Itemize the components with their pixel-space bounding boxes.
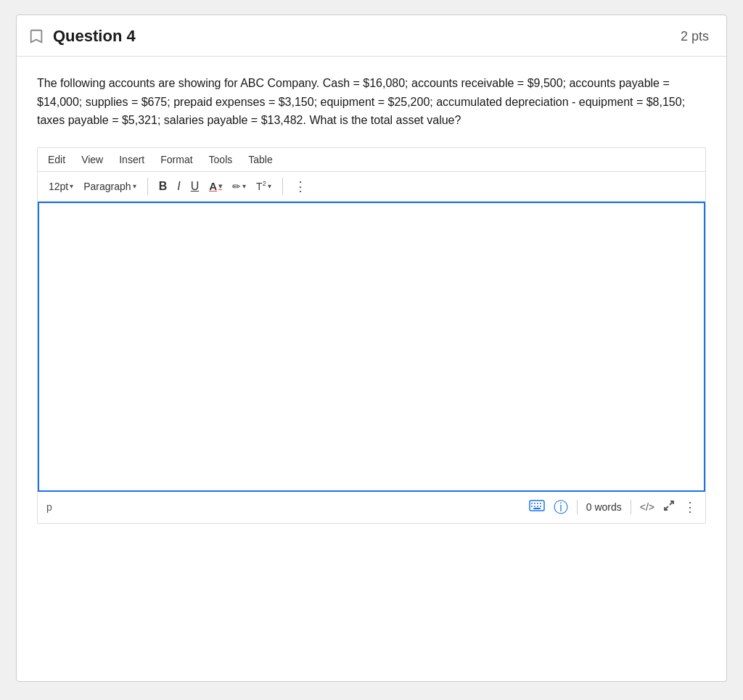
superscript-button[interactable]: T2 ▾: [253, 178, 275, 194]
bold-button[interactable]: B: [155, 178, 171, 195]
code-label[interactable]: </>: [640, 501, 654, 513]
footer-more-button[interactable]: ⋮: [684, 499, 697, 515]
divider-1: [147, 178, 148, 195]
menu-tools[interactable]: Tools: [208, 152, 234, 167]
card-body: The following accounts are showing for A…: [17, 57, 726, 538]
word-count: 0 words: [586, 501, 622, 513]
font-size-selector[interactable]: 12pt ▾: [45, 178, 77, 194]
footer-right: ⓘ 0 words </> ⋮: [529, 498, 697, 517]
highlight-group: ✏ ▾: [229, 178, 250, 194]
menu-view[interactable]: View: [80, 152, 104, 167]
highlight-button[interactable]: ✏ ▾: [229, 178, 250, 194]
font-color-button[interactable]: A ▾: [205, 178, 226, 194]
question-title: Question 4: [53, 27, 136, 46]
italic-button[interactable]: I: [173, 178, 184, 195]
editor-footer: p: [38, 492, 705, 523]
card-header: Question 4 2 pts: [17, 15, 726, 57]
more-options-button[interactable]: ⋮: [290, 176, 311, 197]
color-group: A ▾: [205, 178, 226, 194]
font-size-chevron: ▾: [70, 182, 73, 190]
editor-container: Edit View Insert Format Tools Table 12pt…: [37, 147, 706, 524]
editor-toolbar: 12pt ▾ Paragraph ▾ B I U: [38, 172, 705, 202]
superscript-chevron: ▾: [268, 182, 271, 190]
paragraph-group: Paragraph ▾: [80, 178, 139, 194]
menu-insert[interactable]: Insert: [118, 152, 146, 167]
superscript-group: T2 ▾: [253, 178, 275, 194]
keyboard-icon[interactable]: [529, 500, 545, 515]
format-group: B I U: [155, 178, 203, 195]
paragraph-chevron: ▾: [133, 182, 136, 190]
footer-divider-2: [631, 500, 631, 514]
question-card: Question 4 2 pts The following accounts …: [16, 15, 727, 682]
footer-divider-1: [577, 500, 578, 514]
header-left: Question 4: [28, 27, 136, 46]
editor-text-area[interactable]: [38, 202, 705, 492]
paragraph-indicator: p: [46, 501, 52, 513]
menu-edit[interactable]: Edit: [46, 152, 67, 167]
menu-table[interactable]: Table: [247, 152, 274, 167]
highlight-chevron: ▾: [242, 182, 246, 190]
font-color-chevron: ▾: [218, 182, 222, 190]
menu-format[interactable]: Format: [159, 152, 194, 167]
expand-icon[interactable]: [663, 500, 675, 514]
underline-button[interactable]: U: [187, 178, 203, 195]
divider-2: [282, 178, 283, 195]
font-size-group: 12pt ▾: [45, 178, 77, 194]
accessibility-icon[interactable]: ⓘ: [554, 498, 568, 517]
paragraph-selector[interactable]: Paragraph ▾: [80, 178, 139, 194]
pts-label: 2 pts: [681, 29, 709, 44]
question-text: The following accounts are showing for A…: [37, 74, 706, 130]
bookmark-icon: [28, 28, 44, 44]
editor-menubar: Edit View Insert Format Tools Table: [38, 148, 705, 172]
